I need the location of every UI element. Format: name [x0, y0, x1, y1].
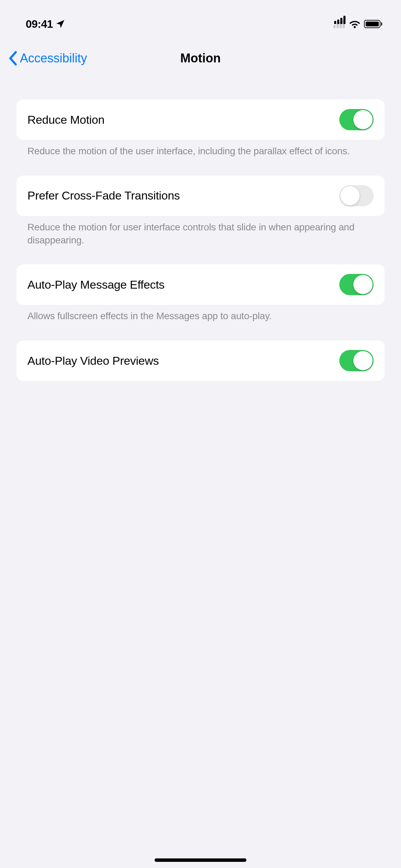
video-previews-toggle[interactable]	[339, 350, 374, 371]
reduce-motion-footer: Reduce the motion of the user interface,…	[16, 140, 385, 158]
video-previews-row[interactable]: Auto-Play Video Previews	[16, 340, 385, 381]
settings-content: Reduce Motion Reduce the motion of the u…	[0, 79, 401, 381]
back-label: Accessibility	[20, 51, 87, 65]
chevron-left-icon	[8, 51, 18, 66]
message-effects-footer: Allows fullscreen effects in the Message…	[16, 305, 385, 323]
message-effects-label: Auto-Play Message Effects	[27, 278, 165, 291]
message-effects-row[interactable]: Auto-Play Message Effects	[16, 264, 385, 305]
reduce-motion-row[interactable]: Reduce Motion	[16, 99, 385, 140]
settings-group-video-previews: Auto-Play Video Previews	[16, 340, 385, 381]
svg-point-0	[354, 26, 356, 28]
settings-group-message-effects: Auto-Play Message Effects Allows fullscr…	[16, 264, 385, 323]
reduce-motion-label: Reduce Motion	[27, 113, 105, 126]
battery-icon	[364, 20, 382, 28]
cellular-icon	[333, 20, 345, 28]
status-time: 09:41	[26, 18, 53, 31]
location-icon	[56, 19, 65, 29]
wifi-icon	[349, 20, 361, 28]
message-effects-toggle[interactable]	[339, 274, 374, 295]
cross-fade-label: Prefer Cross-Fade Transitions	[27, 189, 180, 202]
settings-group-cross-fade: Prefer Cross-Fade Transitions Reduce the…	[16, 176, 385, 247]
reduce-motion-toggle[interactable]	[339, 109, 374, 130]
status-left: 09:41	[26, 18, 65, 31]
cross-fade-row[interactable]: Prefer Cross-Fade Transitions	[16, 176, 385, 216]
status-right	[333, 20, 382, 28]
video-previews-label: Auto-Play Video Previews	[27, 354, 159, 367]
settings-group-reduce-motion: Reduce Motion Reduce the motion of the u…	[16, 99, 385, 158]
status-bar: 09:41	[0, 0, 401, 38]
back-button[interactable]: Accessibility	[8, 51, 87, 66]
cross-fade-footer: Reduce the motion for user interface con…	[16, 216, 385, 247]
home-indicator[interactable]	[155, 858, 246, 862]
navigation-bar: Accessibility Motion	[0, 38, 401, 79]
cross-fade-toggle[interactable]	[339, 185, 374, 206]
